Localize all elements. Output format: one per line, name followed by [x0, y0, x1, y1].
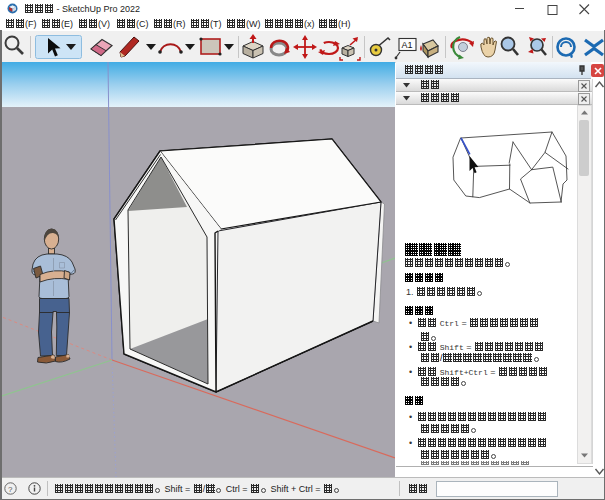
svg-text:A1: A1 — [402, 40, 413, 50]
svg-text:?: ? — [8, 485, 13, 494]
